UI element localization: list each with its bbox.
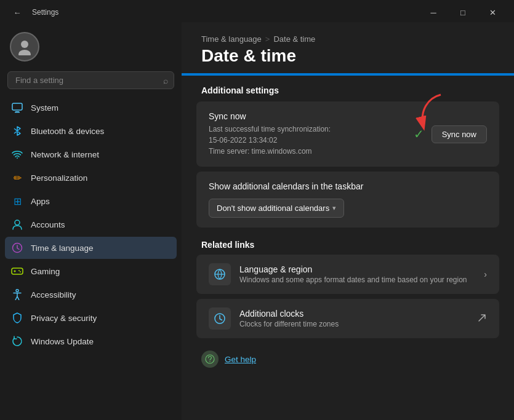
sidebar-item-system[interactable]: System [5,97,177,119]
system-icon [11,101,23,114]
calendars-dropdown-value: Don't show additional calendars [217,204,329,213]
accessibility-icon [11,288,23,301]
language-link-arrow: › [484,269,487,279]
accounts-icon [11,218,23,231]
sync-button[interactable]: Sync now [432,125,487,143]
back-button[interactable]: ← [7,4,27,21]
language-region-link[interactable]: Language & region Windows and some apps … [196,255,499,294]
related-links-title: Related links [182,232,514,255]
close-button[interactable]: ✕ [478,4,507,21]
language-icon [209,263,231,285]
chevron-down-icon: ▾ [332,204,336,212]
calendars-title: Show additional calendars in the taskbar [209,181,487,191]
svg-point-6 [15,220,20,225]
link-card-left-clocks: Additional clocks Clocks for different t… [209,307,339,330]
sidebar-label-accessibility: Accessibility [31,290,76,299]
network-icon [11,148,23,160]
app-layout: ⌕ System [0,22,514,420]
sidebar-label-privacy: Privacy & security [31,314,97,323]
search-box[interactable]: ⌕ [7,71,174,89]
title-bar-left: ← Settings [7,4,58,21]
sidebar-item-network[interactable]: Network & internet [5,143,177,165]
time-icon [11,242,23,254]
check-icon: ✓ [414,127,424,141]
clocks-icon [209,307,231,330]
page-title: Date & time [201,46,494,66]
clocks-link-arrow [477,313,487,325]
sidebar-item-accessibility[interactable]: Accessibility [5,283,177,306]
svg-point-1 [18,50,31,55]
sidebar-item-apps[interactable]: ⊞ Apps [5,190,177,212]
calendars-card: Show additional calendars in the taskbar… [196,172,499,228]
calendars-dropdown[interactable]: Don't show additional calendars ▾ [209,199,344,218]
personalization-icon: ✏ [11,172,23,184]
sync-card: Sync now Last successful time synchroniz… [196,101,499,167]
svg-rect-2 [12,103,22,110]
get-help-row[interactable]: Get help [182,343,514,375]
breadcrumb-current: Date & time [273,34,315,44]
sidebar-label-accounts: Accounts [31,220,65,229]
breadcrumb: Time & language > Date & time [201,34,494,44]
progress-bar-fill [182,73,514,76]
svg-point-13 [16,290,18,292]
sidebar-label-personalization: Personalization [31,173,87,183]
sync-detail: Last successful time synchronization: 15… [209,124,331,157]
sync-card-inner: Sync now Last successful time synchroniz… [209,111,487,157]
window-controls: ─ □ ✕ [419,4,507,21]
svg-rect-8 [12,268,23,274]
additional-clocks-link[interactable]: Additional clocks Clocks for different t… [196,299,499,338]
privacy-icon [11,312,23,324]
title-bar: ← Settings ─ □ ✕ [0,0,514,22]
page-header: Time & language > Date & time Date & tim… [182,22,514,73]
sidebar-item-bluetooth[interactable]: Bluetooth & devices [5,120,177,142]
avatar [10,32,39,61]
clocks-link-title: Additional clocks [239,309,339,319]
language-link-subtitle: Windows and some apps format dates and t… [239,275,467,284]
get-help-icon [201,351,219,368]
sidebar-avatar [0,25,182,71]
sync-info: Sync now Last successful time synchroniz… [209,111,331,157]
sidebar-label-network: Network & internet [31,150,99,159]
progress-bar [182,73,514,76]
sidebar-item-privacy[interactable]: Privacy & security [5,307,177,329]
clocks-link-subtitle: Clocks for different time zones [239,320,339,328]
sidebar-item-update[interactable]: Windows Update [5,330,177,352]
minimize-button[interactable]: ─ [419,4,448,21]
svg-point-19 [209,361,211,362]
sidebar-label-apps: Apps [31,197,50,206]
language-link-title: Language & region [239,264,467,274]
gaming-icon [11,265,23,277]
sidebar-item-accounts[interactable]: Accounts [5,213,177,236]
sync-right: ✓ Sync now [414,125,487,143]
sidebar-item-personalization[interactable]: ✏ Personalization [5,167,177,189]
update-icon [11,335,23,347]
svg-point-12 [20,271,21,272]
svg-point-11 [18,270,20,271]
sidebar-item-time[interactable]: Time & language [5,237,177,259]
sidebar-label-update: Windows Update [31,337,94,346]
link-card-left-language: Language & region Windows and some apps … [209,263,467,285]
sidebar-item-gaming[interactable]: Gaming [5,260,177,282]
bluetooth-icon [11,125,23,137]
language-link-text: Language & region Windows and some apps … [239,264,467,284]
svg-point-5 [17,157,18,159]
svg-point-0 [21,41,28,48]
main-content: Time & language > Date & time Date & tim… [182,22,514,420]
sync-title: Sync now [209,111,331,121]
sidebar-label-system: System [31,103,58,113]
additional-settings-title: Additional settings [182,85,514,95]
search-input[interactable] [7,71,174,89]
sidebar-label-bluetooth: Bluetooth & devices [31,127,104,136]
search-icon: ⌕ [163,76,168,85]
nav-list: System Bluetooth & devices [0,94,182,420]
get-help-label: Get help [225,355,256,364]
breadcrumb-separator: > [265,34,270,44]
apps-icon: ⊞ [11,195,23,207]
breadcrumb-parent: Time & language [201,34,262,44]
sidebar-label-gaming: Gaming [31,267,60,276]
maximize-button[interactable]: □ [449,4,477,21]
clocks-link-text: Additional clocks Clocks for different t… [239,309,339,328]
sidebar-label-time: Time & language [31,244,94,253]
sidebar: ⌕ System [0,22,182,420]
app-title: Settings [32,8,58,17]
